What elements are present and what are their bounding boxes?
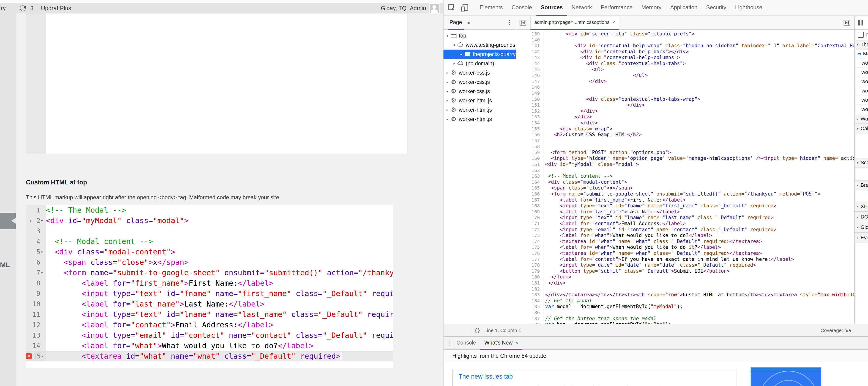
chevron-right-icon[interactable]: ▸ [459, 52, 464, 56]
show-debugger-sidebar-icon[interactable] [842, 18, 852, 27]
fold-arrow-icon[interactable]: ▾ [41, 250, 45, 254]
file-tree-item[interactable]: ▸⚙worker-css.js [443, 68, 516, 78]
inspect-element-icon[interactable] [447, 3, 457, 13]
line-gutter[interactable]: 12 [26, 320, 46, 330]
chevron-right-icon[interactable]: ▸ [445, 117, 450, 121]
line-number[interactable]: 144 [516, 61, 543, 67]
line-number[interactable]: 149 [516, 90, 543, 96]
line-gutter[interactable]: 14 [26, 340, 46, 351]
chevron-down-icon[interactable]: ▾ [855, 42, 861, 46]
line-number[interactable]: 185 [516, 304, 543, 310]
admin-bar-cut-text[interactable]: ry [1, 5, 6, 11]
chevron-right-icon[interactable]: ▸ [855, 226, 861, 229]
chevron-right-icon[interactable]: ▸ [855, 236, 861, 240]
line-number[interactable]: 177 [516, 257, 543, 263]
file-tree-item[interactable]: ▸⚙worker-css.js [443, 87, 516, 96]
line-number[interactable]: 145 [516, 67, 543, 73]
line-number[interactable]: 187 [516, 316, 543, 322]
source-code-editor[interactable]: 139 <div id="screen-meta" class="metabox… [516, 30, 854, 324]
file-tree-item[interactable]: ▸theprojects-quarry [443, 50, 516, 59]
file-tree-item[interactable]: ▸⚙worker-css.js [443, 78, 516, 87]
line-number[interactable]: 173 [516, 233, 543, 239]
device-toolbar-icon[interactable] [460, 3, 469, 13]
file-tree-item[interactable]: ▸(no domain) [443, 59, 516, 68]
line-number[interactable]: 141 [516, 43, 543, 49]
devtools-tab-application[interactable]: Application [666, 0, 702, 16]
devtools-tab-network[interactable]: Network [567, 0, 596, 16]
line-number[interactable]: 159 [516, 150, 543, 156]
line-number[interactable]: 163 [516, 173, 543, 179]
file-tree-item[interactable]: ▸⚙worker-html.js [443, 96, 516, 105]
line-gutter[interactable]: 1 [26, 205, 46, 215]
pretty-print-icon[interactable]: {} [474, 328, 480, 333]
line-number[interactable]: 186 [516, 310, 543, 316]
line-number[interactable]: 151 [516, 102, 543, 108]
line-gutter[interactable]: 7▾ [26, 268, 46, 278]
line-number[interactable]: 152 [516, 108, 543, 114]
file-tree-item[interactable]: ▾www.testing-grounds [443, 40, 516, 50]
line-gutter[interactable]: 8 [26, 278, 46, 289]
sidebar-section-dom-breakpoints[interactable]: ▸DOM Breakpoints [855, 211, 868, 222]
line-number[interactable]: 174 [516, 239, 543, 245]
line-number[interactable]: 172 [516, 227, 543, 233]
line-number[interactable]: 166 [516, 191, 543, 197]
chevron-down-icon[interactable]: ▾ [855, 127, 861, 130]
line-number[interactable]: 178 [516, 262, 543, 268]
line-number[interactable]: 156 [516, 132, 543, 138]
chevron-right-icon[interactable]: ▸ [445, 89, 450, 93]
sidebar-section-global-listeners[interactable]: ▸Global Listeners [855, 222, 868, 232]
line-gutter[interactable]: i2▾ [26, 215, 46, 226]
custom-css-editor[interactable] [26, 13, 407, 154]
line-number[interactable]: 170 [516, 215, 543, 221]
pause-icon[interactable] [858, 20, 863, 26]
chevron-right-icon[interactable]: ▸ [445, 108, 450, 112]
line-number[interactable]: 150 [516, 96, 543, 102]
line-number[interactable]: 147 [516, 79, 543, 85]
thread-main-row[interactable]: ➡Main [855, 49, 868, 58]
custom-html-editor[interactable]: 1<!-- The Modal -->i2▾<div id="myModal" … [26, 205, 393, 368]
thread-worker-row[interactable]: worker-html.js [855, 86, 868, 95]
drawer-menu-icon[interactable]: ⋮ [446, 339, 452, 347]
line-gutter[interactable]: 3 [26, 226, 46, 236]
thread-worker-row[interactable]: worker-css.js [855, 68, 868, 77]
devtools-tab-memory[interactable]: Memory [637, 0, 666, 16]
update-count-badge[interactable]: 3 [30, 5, 34, 11]
fold-arrow-icon[interactable]: ▾ [41, 271, 45, 275]
more-tabs-icon[interactable]: » [468, 20, 471, 26]
chevron-down-icon[interactable]: ▾ [452, 43, 457, 47]
line-number[interactable]: 167 [516, 197, 543, 203]
devtools-tab-elements[interactable]: Elements [475, 0, 507, 16]
line-number[interactable]: 188 [516, 322, 543, 324]
line-number[interactable]: 183 [516, 292, 543, 298]
navigator-tab-page[interactable]: Page [448, 16, 464, 30]
line-gutter[interactable]: 10 [26, 299, 46, 309]
thread-worker-row[interactable]: worker-html.js [855, 95, 868, 105]
sidebar-section-breakpoints[interactable]: ▾Breakpoints [855, 180, 868, 190]
line-number[interactable]: 162 [516, 168, 543, 174]
drawer-tab-console[interactable]: Console [452, 337, 480, 350]
line-number[interactable]: 168 [516, 203, 543, 209]
thread-worker-row[interactable]: worker-css.js [855, 77, 868, 86]
line-number[interactable]: 139 [516, 31, 543, 37]
line-number[interactable]: 146 [516, 72, 543, 79]
editor-tab-close-icon[interactable]: × [612, 20, 615, 25]
sidebar-section-event-listener-breakpoints[interactable]: ▸Event Listener Breakpoints [855, 232, 868, 243]
thread-worker-row[interactable]: worker-html.js [855, 105, 868, 114]
whats-new-card-title[interactable]: The new Issues tab [459, 373, 731, 380]
chevron-right-icon[interactable]: ▸ [445, 98, 450, 102]
line-number[interactable]: 171 [516, 221, 543, 227]
admin-bar-plugin-item[interactable]: UpdraftPlus [41, 5, 71, 11]
hide-navigator-icon[interactable] [518, 18, 528, 27]
chevron-right-icon[interactable]: ▸ [452, 61, 457, 65]
sidebar-section-watch[interactable]: ▸Watch [855, 114, 868, 124]
line-gutter[interactable]: 13 [26, 330, 46, 340]
sidebar-section-xhr-fetch-breakpoints[interactable]: ▸XHR/fetch Breakpoints [855, 201, 868, 211]
admin-bar-greeting[interactable]: G'day, TQ_Admin [381, 5, 426, 11]
chevron-right-icon[interactable]: ▸ [445, 80, 450, 84]
file-tree-item[interactable]: ▸⚙worker-html.js [443, 105, 516, 115]
devtools-tab-lighthouse[interactable]: Lighthouse [731, 0, 767, 16]
line-gutter[interactable]: 9 [26, 289, 46, 299]
chevron-down-icon[interactable]: ▾ [445, 34, 450, 38]
devtools-tab-security[interactable]: Security [702, 0, 731, 16]
chevron-right-icon[interactable]: ▸ [445, 71, 450, 75]
